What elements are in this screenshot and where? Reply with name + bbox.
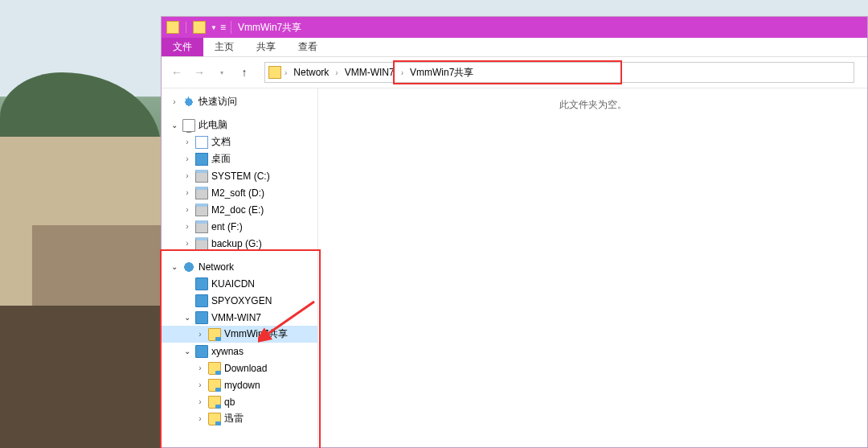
chevron-right-icon[interactable]: › bbox=[182, 154, 192, 163]
desk-icon bbox=[195, 153, 208, 166]
computer-icon bbox=[195, 294, 208, 307]
breadcrumb-network[interactable]: Network bbox=[290, 65, 332, 80]
tree-quick-access[interactable]: › 快速访问 bbox=[162, 93, 317, 110]
address-bar[interactable]: › Network › VMM-WIN7 › VmmWin7共享 bbox=[264, 62, 854, 83]
computer-icon bbox=[195, 311, 208, 324]
qat-icon[interactable] bbox=[193, 21, 206, 34]
shared-folder-icon bbox=[208, 413, 221, 425]
chevron-down-icon[interactable]: ⌄ bbox=[182, 313, 192, 322]
title-bar[interactable]: ▼ ≡ VmmWin7共享 bbox=[162, 17, 867, 38]
qat-overflow[interactable]: ≡ bbox=[220, 22, 226, 33]
drive-icon bbox=[195, 220, 208, 233]
empty-folder-message: 此文件夹为空。 bbox=[559, 98, 627, 112]
chevron-down-icon[interactable]: ⌄ bbox=[170, 121, 179, 129]
tree-item-download[interactable]: ›Download bbox=[162, 360, 317, 376]
tree-item-vmm-win7[interactable]: ⌄VMM-WIN7 bbox=[162, 309, 317, 326]
tab-share[interactable]: 共享 bbox=[245, 38, 287, 56]
chevron-right-icon[interactable]: › bbox=[182, 188, 192, 197]
chevron-right-icon[interactable]: › bbox=[182, 222, 192, 231]
drive-icon bbox=[195, 187, 208, 199]
drive-icon bbox=[195, 170, 208, 183]
pc-icon bbox=[182, 119, 195, 132]
tree-item-entf[interactable]: ›ent (F:) bbox=[162, 218, 317, 235]
app-icon bbox=[166, 21, 179, 34]
chevron-right-icon[interactable]: › bbox=[285, 68, 287, 77]
navigation-pane[interactable]: › 快速访问 ⌄ 此电脑 ›文档›桌面›SYSTEM (C:)›M2_soft … bbox=[162, 88, 318, 447]
chevron-right-icon[interactable]: › bbox=[195, 330, 205, 339]
nav-back-button[interactable]: ← bbox=[168, 64, 186, 81]
tree-this-pc[interactable]: ⌄ 此电脑 bbox=[162, 117, 317, 134]
tree-item-kuaicdn[interactable]: KUAICDN bbox=[162, 275, 317, 292]
computer-icon bbox=[195, 345, 208, 358]
navigation-bar: ← → ▾ ↑ › Network › VMM-WIN7 › VmmWin7共享 bbox=[162, 57, 867, 88]
chevron-right-icon[interactable]: › bbox=[182, 205, 192, 214]
watermark-badge-icon: 值 bbox=[759, 413, 786, 440]
tree-item-spyoxygen[interactable]: SPYOXYGEN bbox=[162, 292, 317, 309]
chevron-right-icon[interactable]: › bbox=[195, 397, 205, 406]
nav-recent-dropdown[interactable]: ▾ bbox=[213, 64, 231, 81]
chevron-right-icon[interactable]: › bbox=[182, 171, 192, 180]
chevron-down-icon[interactable]: ⌄ bbox=[170, 262, 179, 271]
explorer-window: ▼ ≡ VmmWin7共享 文件 主页 共享 查看 ← → ▾ ↑ › Netw… bbox=[161, 16, 868, 448]
qat-dropdown-icon[interactable]: ▼ bbox=[211, 24, 217, 31]
tree-item-backupg[interactable]: ›backup (G:) bbox=[162, 235, 317, 252]
tree-item-[interactable]: ›桌面 bbox=[162, 150, 317, 167]
tab-home[interactable]: 主页 bbox=[203, 38, 245, 56]
computer-icon bbox=[195, 277, 208, 290]
tab-file[interactable]: 文件 bbox=[162, 38, 203, 56]
tree-item-qb[interactable]: ›qb bbox=[162, 393, 317, 410]
shared-folder-icon bbox=[208, 328, 221, 341]
shared-folder-icon bbox=[208, 379, 221, 392]
watermark: 值 什么值得买 bbox=[759, 413, 857, 440]
tree-item-m2doce[interactable]: ›M2_doc (E:) bbox=[162, 201, 317, 218]
chevron-right-icon[interactable]: › bbox=[335, 68, 338, 77]
nav-up-button[interactable]: ↑ bbox=[235, 64, 253, 81]
watermark-text: 什么值得买 bbox=[792, 418, 857, 435]
chevron-right-icon[interactable]: › bbox=[182, 239, 192, 248]
tree-item-vmmwin7共享[interactable]: ›VmmWin7共享 bbox=[162, 326, 317, 343]
breadcrumb-host[interactable]: VMM-WIN7 bbox=[342, 65, 398, 80]
chevron-down-icon[interactable]: ⌄ bbox=[182, 347, 192, 356]
chevron-right-icon[interactable]: › bbox=[401, 68, 403, 77]
chevron-right-icon[interactable]: › bbox=[195, 364, 205, 372]
doc-icon bbox=[195, 136, 208, 149]
quick-access-toolbar: ▼ ≡ bbox=[165, 21, 231, 34]
chevron-right-icon[interactable]: › bbox=[195, 414, 205, 423]
chevron-right-icon[interactable]: › bbox=[182, 138, 192, 146]
tree-network[interactable]: ⌄ Network bbox=[162, 258, 317, 275]
chevron-right-icon[interactable]: › bbox=[170, 97, 179, 106]
drive-icon bbox=[195, 237, 208, 250]
nav-forward-button[interactable]: → bbox=[190, 64, 208, 81]
tree-item-mydown[interactable]: ›mydown bbox=[162, 376, 317, 393]
tree-item-xywnas[interactable]: ⌄xywnas bbox=[162, 343, 317, 360]
network-icon bbox=[182, 261, 195, 273]
tab-view[interactable]: 查看 bbox=[287, 38, 329, 56]
window-title: VmmWin7共享 bbox=[238, 21, 301, 35]
breadcrumb-folder[interactable]: VmmWin7共享 bbox=[407, 64, 477, 81]
star-icon bbox=[182, 96, 195, 109]
chevron-right-icon[interactable]: › bbox=[195, 380, 205, 389]
shared-folder-icon bbox=[208, 396, 221, 409]
tree-item-m2softd[interactable]: ›M2_soft (D:) bbox=[162, 184, 317, 201]
drive-icon bbox=[195, 203, 208, 216]
ribbon-tabs: 文件 主页 共享 查看 bbox=[162, 38, 867, 57]
tree-item-systemc[interactable]: ›SYSTEM (C:) bbox=[162, 167, 317, 184]
tree-item-迅雷[interactable]: ›迅雷 bbox=[162, 410, 317, 427]
explorer-body: › 快速访问 ⌄ 此电脑 ›文档›桌面›SYSTEM (C:)›M2_soft … bbox=[162, 88, 867, 447]
tree-item-[interactable]: ›文档 bbox=[162, 134, 317, 150]
shared-folder-icon bbox=[208, 362, 221, 375]
content-pane[interactable]: 此文件夹为空。 bbox=[318, 88, 867, 447]
address-folder-icon bbox=[268, 66, 281, 79]
